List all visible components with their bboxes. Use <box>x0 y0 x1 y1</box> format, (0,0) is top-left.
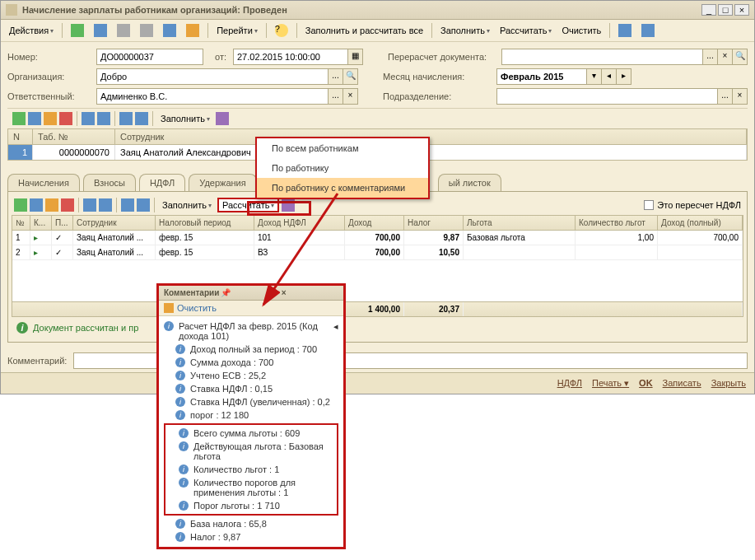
add-row-icon[interactable] <box>12 112 26 125</box>
close-button[interactable]: × <box>734 4 749 16</box>
month-input[interactable] <box>496 68 587 85</box>
tb-list2-icon[interactable] <box>638 22 658 39</box>
window-title: Начисление зарплаты работникам организац… <box>22 5 700 15</box>
maximize-button[interactable]: □ <box>718 4 733 16</box>
menu-by-worker[interactable]: По работнику <box>257 158 428 178</box>
ndfl-copy-icon[interactable] <box>30 198 43 212</box>
recalc-clear-button[interactable]: × <box>718 49 733 65</box>
ndfl-down-icon[interactable] <box>99 198 112 212</box>
tab-listok[interactable]: ый листок <box>438 174 501 191</box>
number-label: Номер: <box>7 52 90 62</box>
resp-input[interactable] <box>96 88 329 105</box>
footer-close[interactable]: Закрыть <box>711 378 746 389</box>
org-input[interactable] <box>96 68 329 85</box>
fill-menu[interactable]: Заполнить▾ <box>437 24 493 37</box>
recalc-input[interactable] <box>501 49 703 65</box>
comment-line: iКоличество порогов для применения льгот… <box>167 476 335 499</box>
tb-struct2-icon[interactable] <box>183 22 203 39</box>
people-icon[interactable] <box>216 112 229 125</box>
tb-new-icon[interactable] <box>68 22 87 39</box>
main-toolbar: Действия▾ Перейти▾ ? Заполнить и рассчит… <box>1 20 754 42</box>
help-icon[interactable]: ? <box>272 22 291 39</box>
comments-clear-button[interactable]: Очистить <box>177 303 217 313</box>
dept-clear-button[interactable]: × <box>733 88 748 105</box>
ndfl-data-table: № К... П... Сотрудник Налоговый период Д… <box>12 215 743 317</box>
footer-print[interactable]: Печать ▾ <box>592 378 629 389</box>
recalc-select-button[interactable]: ... <box>703 49 718 65</box>
month-spin-button[interactable]: ▾ <box>587 68 602 85</box>
org-search-button[interactable]: 🔍 <box>343 68 358 85</box>
tab-nachisleniya[interactable]: Начисления <box>7 174 80 191</box>
tb-doc2-icon[interactable] <box>137 22 156 39</box>
number-input[interactable] <box>96 49 203 65</box>
recalc-ndfl-label: Это пересчет НДФЛ <box>657 200 741 210</box>
tb-refresh-icon[interactable] <box>91 22 110 39</box>
totals-row: 1 400,00 20,37 <box>12 301 743 316</box>
date-input[interactable] <box>233 49 348 65</box>
calc-menu[interactable]: Рассчитать▾ <box>496 24 555 37</box>
data-row[interactable]: 1 ▸ ✓ Заяц Анатолий ... февр. 15 101 700… <box>12 231 743 245</box>
comment-line: iНалог : 9,87 <box>164 530 338 544</box>
sort-asc-icon[interactable] <box>119 112 133 125</box>
recalc-search-button[interactable]: 🔍 <box>733 49 748 65</box>
window-icon <box>6 4 17 16</box>
go-menu[interactable]: Перейти▾ <box>213 24 261 37</box>
dept-input[interactable] <box>496 88 718 105</box>
resp-select-button[interactable]: ... <box>329 88 343 105</box>
comments-close-button[interactable]: × <box>282 288 338 297</box>
tb-struct-icon[interactable] <box>160 22 179 39</box>
actions-menu[interactable]: Действия▾ <box>6 24 57 37</box>
footer-ndfl[interactable]: НДФЛ <box>557 378 582 389</box>
comment-line: iПорог льготы : 1 710 <box>167 499 335 512</box>
comment-line: iСтавка НДФЛ : 0,15 <box>164 382 338 395</box>
down-icon[interactable] <box>97 112 110 125</box>
ndfl-sort2-icon[interactable] <box>137 198 150 212</box>
comment-line: iДействующая льгота : Базовая льгота <box>167 440 335 463</box>
resp-clear-button[interactable]: × <box>343 88 358 105</box>
comment-line: iБаза налога : 65,8 <box>164 517 338 530</box>
comment-line: iВсего сумма льготы : 609 <box>167 427 335 440</box>
emp-fill-menu[interactable]: Заполнить▾ <box>157 112 213 125</box>
ndfl-edit-icon[interactable] <box>45 198 58 212</box>
up-icon[interactable] <box>82 112 95 125</box>
org-label: Организация: <box>7 72 90 82</box>
ndfl-fill-menu[interactable]: Заполнить▾ <box>159 198 215 212</box>
footer-ok[interactable]: OK <box>639 378 653 389</box>
tab-uderzhaniya[interactable]: Удержания <box>189 174 256 191</box>
org-select-button[interactable]: ... <box>329 68 343 85</box>
add-copy-icon[interactable] <box>28 112 41 125</box>
menu-by-worker-comments[interactable]: По работнику с комментариями <box>257 178 428 198</box>
ndfl-up-icon[interactable] <box>83 198 96 212</box>
ndfl-calc-menu[interactable]: Рассчитать▾ <box>217 198 279 212</box>
month-next-button[interactable]: ▸ <box>617 68 631 85</box>
fill-calc-all-button[interactable]: Заполнить и рассчитать все <box>302 24 426 37</box>
col-n: N <box>8 129 33 144</box>
tab-ndfl[interactable]: НДФЛ <box>139 174 185 191</box>
tab-vznosy[interactable]: Взносы <box>83 174 136 191</box>
ndfl-sort1-icon[interactable] <box>121 198 134 212</box>
titlebar: Начисление зарплаты работникам организац… <box>1 1 754 20</box>
tb-list1-icon[interactable] <box>615 22 635 39</box>
tb-doc1-icon[interactable] <box>114 22 133 39</box>
date-picker-button[interactable]: ▦ <box>348 49 363 65</box>
data-row[interactable]: 2 ▸ ✓ Заяц Анатолий ... февр. 15 ВЗ 700,… <box>12 245 743 260</box>
month-label: Месяц начисления: <box>383 72 490 82</box>
col-tab: Таб. № <box>33 129 115 144</box>
recalc-ndfl-checkbox[interactable] <box>644 200 654 210</box>
comments-pin-icon[interactable]: 📌 <box>221 288 277 297</box>
status-message: i Документ рассчитан и пр <box>12 317 743 338</box>
dept-select-button[interactable]: ... <box>718 88 733 105</box>
clear-button[interactable]: Очистить <box>558 24 604 37</box>
ndfl-add-icon[interactable] <box>14 198 27 212</box>
ndfl-people-icon[interactable] <box>282 198 295 212</box>
delete-row-icon[interactable] <box>59 112 72 125</box>
footer-save[interactable]: Записать <box>663 378 701 389</box>
minimize-button[interactable]: _ <box>701 4 716 16</box>
month-prev-button[interactable]: ◂ <box>602 68 617 85</box>
info-icon: i <box>16 322 28 334</box>
ndfl-delete-icon[interactable] <box>61 198 74 212</box>
sort-desc-icon[interactable] <box>135 112 148 125</box>
comment-line: iДоход полный за период : 700 <box>164 343 338 356</box>
edit-row-icon[interactable] <box>44 112 57 125</box>
menu-all-workers[interactable]: По всем работникам <box>257 138 428 158</box>
